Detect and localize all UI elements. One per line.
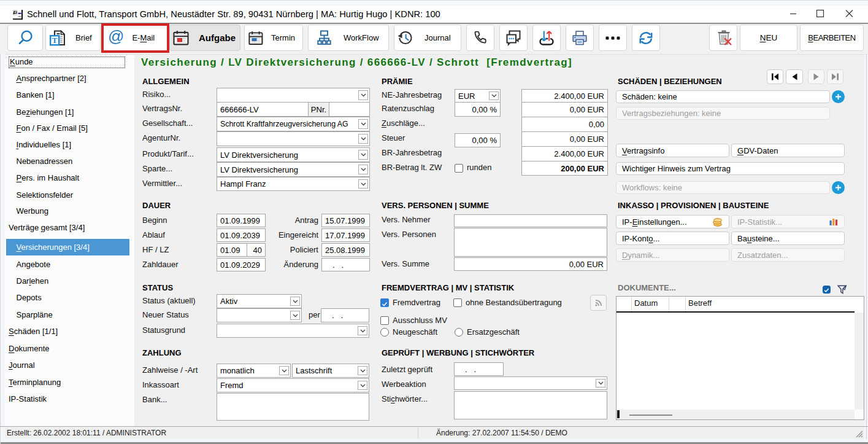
svg-text:T: T: [52, 35, 58, 44]
